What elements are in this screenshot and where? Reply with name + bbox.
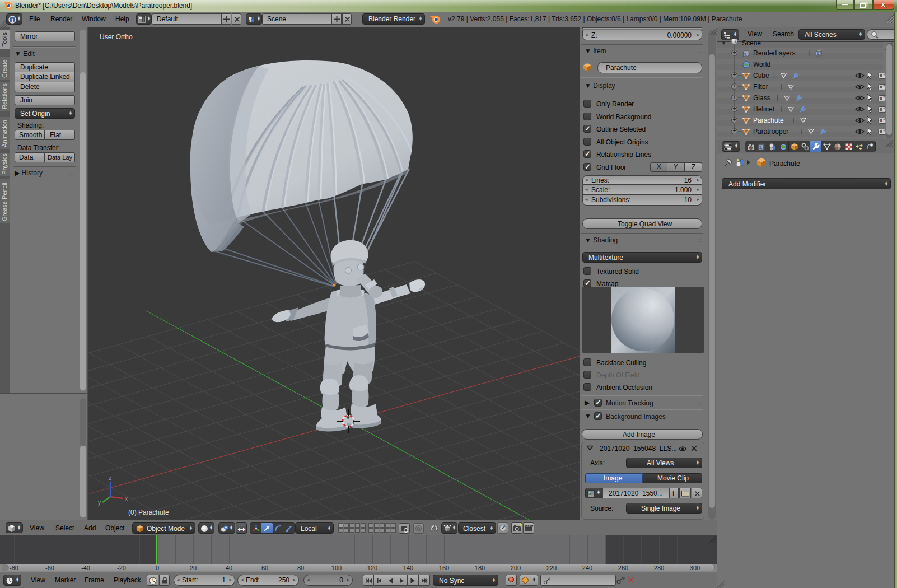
svg-text:User Ortho: User Ortho bbox=[100, 33, 133, 41]
svg-text:(0) Parachute: (0) Parachute bbox=[128, 508, 169, 516]
svg-text:z: z bbox=[109, 475, 111, 481]
svg-text:i: i bbox=[12, 17, 13, 23]
svg-text:y: y bbox=[98, 500, 101, 506]
svg-text:x: x bbox=[125, 496, 128, 502]
